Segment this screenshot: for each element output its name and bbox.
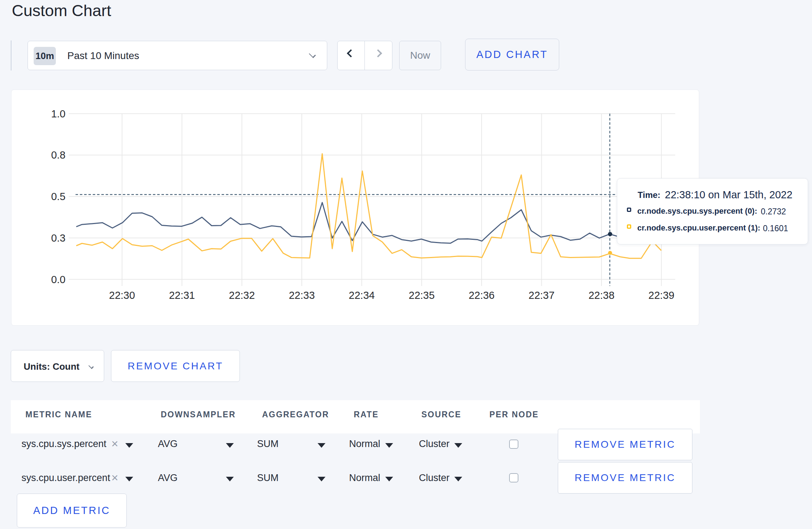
svg-text:22:36: 22:36: [469, 290, 495, 301]
svg-text:22:35: 22:35: [409, 290, 435, 301]
svg-text:22:30: 22:30: [109, 290, 135, 301]
svg-text:22:34: 22:34: [349, 290, 375, 301]
svg-text:22:33: 22:33: [289, 290, 315, 301]
svg-text:22:39: 22:39: [648, 290, 675, 301]
svg-text:22:37: 22:37: [528, 290, 555, 301]
svg-text:0.3: 0.3: [51, 232, 66, 244]
svg-text:0.5: 0.5: [51, 191, 66, 202]
svg-text:0.8: 0.8: [51, 149, 66, 161]
svg-text:22:31: 22:31: [169, 290, 195, 301]
svg-text:1.0: 1.0: [51, 108, 66, 120]
svg-text:22:32: 22:32: [229, 290, 255, 301]
svg-text:22:38: 22:38: [589, 290, 615, 301]
svg-text:0.0: 0.0: [51, 274, 66, 285]
